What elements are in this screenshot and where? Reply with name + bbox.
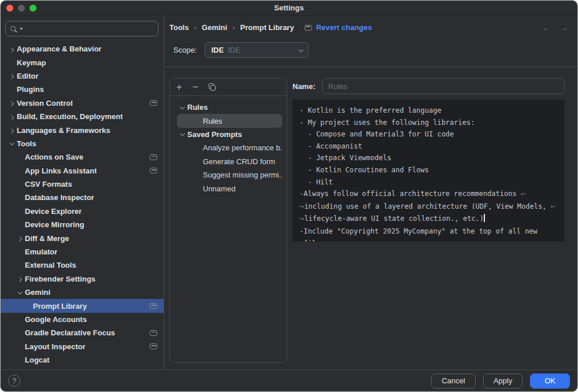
revert-changes-link[interactable]: Revert changes (305, 23, 372, 32)
breadcrumb-item-tools[interactable]: Tools (169, 23, 189, 32)
help-button[interactable]: ? (8, 375, 20, 387)
sidebar-item-firebender-settings[interactable]: Firebender Settings (1, 272, 164, 286)
chevron-right-icon (17, 236, 22, 241)
prompt-tree: RulesRulesSaved PromptsAnalyze performan… (170, 96, 287, 195)
prompt-group-label: Rules (187, 103, 208, 112)
back-arrow-icon[interactable]: ← (542, 23, 550, 32)
editor-line: files (299, 238, 558, 242)
editor-line: -Include "Copyright 2025 MyCompany" at t… (299, 225, 558, 238)
breadcrumb-item-gemini[interactable]: Gemini (202, 23, 227, 32)
sidebar-item-database-inspector[interactable]: Database Inspector (1, 191, 164, 204)
apply-button[interactable]: Apply (483, 373, 523, 389)
editor-line: ↪lifecycle-aware UI state collection., e… (299, 213, 558, 225)
sidebar-item-label: Editor (17, 72, 39, 80)
sidebar-item-diff-merge[interactable]: Diff & Merge (1, 231, 164, 245)
editor-line-text: files (299, 239, 324, 242)
sidebar-item-device-mirroring[interactable]: Device Mirroring (1, 218, 164, 231)
name-label: Name: (292, 82, 316, 91)
breadcrumb-item-prompt-library[interactable]: Prompt Library (240, 23, 294, 32)
prompt-name-input[interactable] (322, 78, 565, 94)
sidebar-item-csv-formats[interactable]: CSV Formats (1, 177, 164, 191)
forward-arrow-icon[interactable]: → (560, 23, 568, 32)
add-prompt-button[interactable]: + (176, 82, 182, 92)
chevron-down-icon (299, 47, 303, 52)
editor-line-text: - Accompanist (299, 142, 362, 150)
prompt-item-analyze-performance-b[interactable]: Analyze performance b... (177, 141, 282, 154)
editor-line: - Jetpack Viewmodels (299, 152, 558, 164)
sidebar-item-gradle-declarative-focus[interactable]: Gradle Declarative Focus (1, 326, 164, 339)
zoom-window-icon[interactable] (29, 5, 36, 12)
search-options-chevron-icon[interactable] (20, 28, 23, 30)
chevron-down-icon (9, 140, 14, 145)
prompt-item-label: Rules (203, 117, 222, 125)
sidebar-item-label: Plugins (17, 85, 44, 94)
prompt-item-suggest-missing-permi[interactable]: Suggest missing permi... (177, 168, 282, 182)
ide-settings-badge-icon (150, 303, 157, 309)
sidebar-item-app-links-assistant[interactable]: App Links Assistant (1, 164, 164, 177)
sidebar-item-label: Diff & Merge (25, 234, 69, 243)
sidebar-item-label: Google Accounts (25, 315, 87, 324)
sidebar-item-version-control[interactable]: Version Control (1, 97, 164, 110)
search-box[interactable] (5, 21, 158, 36)
search-input[interactable] (25, 24, 153, 33)
sidebar-item-plugins[interactable]: Plugins (1, 83, 164, 96)
sidebar-item-tools[interactable]: Tools (1, 137, 164, 150)
sidebar-item-logcat[interactable]: Logcat (1, 353, 164, 367)
group-chevron-slot[interactable] (177, 132, 187, 136)
remove-prompt-button[interactable]: − (192, 82, 198, 92)
sidebar-item-google-accounts[interactable]: Google Accounts (1, 313, 164, 326)
sidebar-item-label: CSV Formats (25, 180, 72, 188)
chevron-down-icon (180, 105, 184, 109)
prompt-item-unnamed[interactable]: Unnamed (177, 182, 282, 195)
sidebar-item-prompt-library[interactable]: Prompt Library (1, 299, 164, 312)
ide-settings-badge-icon (150, 100, 157, 106)
editor-line: -Always follow official architecture rec… (299, 188, 558, 201)
sidebar-item-label: Actions on Save (25, 153, 83, 161)
sidebar-item-editor[interactable]: Editor (1, 69, 164, 83)
prompt-item-rules[interactable]: Rules (177, 114, 282, 127)
collapsed-chevron-slot[interactable] (6, 128, 17, 132)
sidebar-item-actions-on-save[interactable]: Actions on Save (1, 150, 164, 164)
close-window-icon[interactable] (6, 5, 13, 12)
ok-button[interactable]: OK (530, 373, 570, 389)
prompt-text-editor[interactable]: - Kotlin is the preferred language- My p… (292, 99, 565, 242)
sidebar-item-keymap[interactable]: Keymap (1, 56, 164, 69)
prompt-list-toolbar: + − (170, 79, 287, 96)
sidebar-item-appearance-behavior[interactable]: Appearance & Behavior (1, 42, 164, 56)
sidebar-item-languages-frameworks[interactable]: Languages & Frameworks (1, 123, 164, 136)
scope-label: Scope: (173, 46, 197, 54)
prompt-item-generate-crud-form[interactable]: Generate CRUD form (177, 155, 282, 168)
expanded-chevron-slot[interactable] (14, 291, 25, 294)
cancel-button[interactable]: Cancel (431, 373, 475, 389)
sidebar-item-external-tools[interactable]: External Tools (1, 258, 164, 272)
sidebar-item-layout-inspector[interactable]: Layout Inspector (1, 340, 164, 353)
collapsed-chevron-slot[interactable] (6, 47, 17, 51)
sidebar-item-build-execution-deployment[interactable]: Build, Execution, Deployment (1, 110, 164, 123)
prompt-group-saved-prompts[interactable]: Saved Prompts (170, 128, 287, 141)
ide-settings-badge-icon (150, 330, 157, 336)
editor-line-text: including use of a layered architecture … (304, 202, 550, 210)
sidebar-item-emulator[interactable]: Emulator (1, 245, 164, 258)
collapsed-chevron-slot[interactable] (6, 74, 17, 77)
sidebar-item-device-explorer[interactable]: Device Explorer (1, 205, 164, 218)
main-panel: Tools›Gemini›Prompt Library Revert chang… (164, 16, 577, 369)
prompt-item-label: Generate CRUD form (203, 157, 275, 166)
expanded-chevron-slot[interactable] (6, 142, 17, 145)
duplicate-prompt-icon[interactable] (209, 83, 216, 91)
editor-line-text: -Include "Copyright 2025 MyCompany" at t… (299, 227, 538, 235)
collapsed-chevron-slot[interactable] (6, 115, 17, 119)
editor-line-text: - Kotlin is the preferred language (299, 106, 442, 114)
prompt-group-rules[interactable]: Rules (170, 101, 287, 114)
group-chevron-slot[interactable] (177, 106, 187, 109)
collapsed-chevron-slot[interactable] (14, 236, 25, 240)
sidebar-item-label: Device Mirroring (25, 220, 84, 229)
chevron-right-icon (9, 101, 14, 106)
settings-sidebar: Appearance & BehaviorKeymapEditorPlugins… (1, 16, 164, 369)
traffic-lights (6, 5, 36, 12)
sidebar-item-gemini[interactable]: Gemini (1, 286, 164, 299)
collapsed-chevron-slot[interactable] (14, 277, 25, 280)
scope-dropdown[interactable]: IDE IDE (205, 42, 309, 58)
chevron-right-icon (9, 128, 14, 133)
revert-changes-label: Revert changes (316, 23, 372, 32)
collapsed-chevron-slot[interactable] (6, 101, 17, 105)
